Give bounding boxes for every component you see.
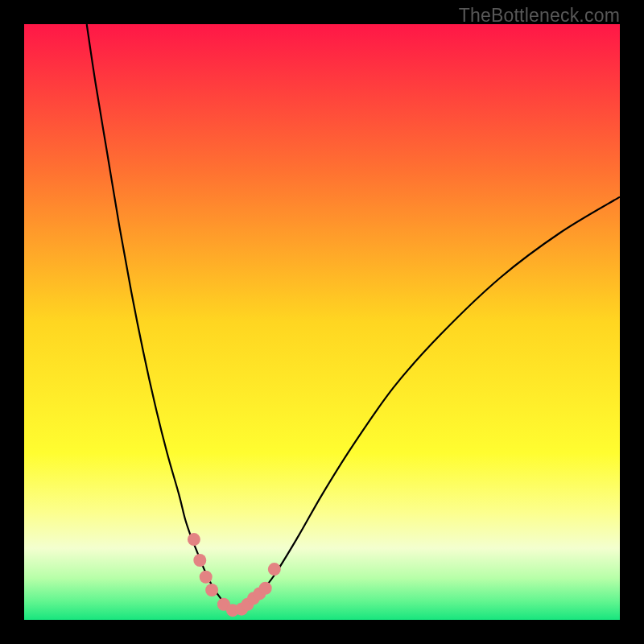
data-marker — [188, 533, 200, 546]
data-marker — [268, 563, 281, 576]
plot-area — [24, 24, 620, 620]
data-marker — [205, 584, 218, 597]
marker-group — [188, 533, 281, 617]
data-marker — [200, 571, 213, 584]
chart-svg — [24, 24, 620, 620]
data-marker — [259, 582, 272, 595]
data-marker — [193, 554, 206, 567]
watermark-text: TheBottleneck.com — [459, 5, 620, 27]
curve-right-branch — [233, 197, 620, 611]
curve-left-branch — [87, 24, 233, 611]
